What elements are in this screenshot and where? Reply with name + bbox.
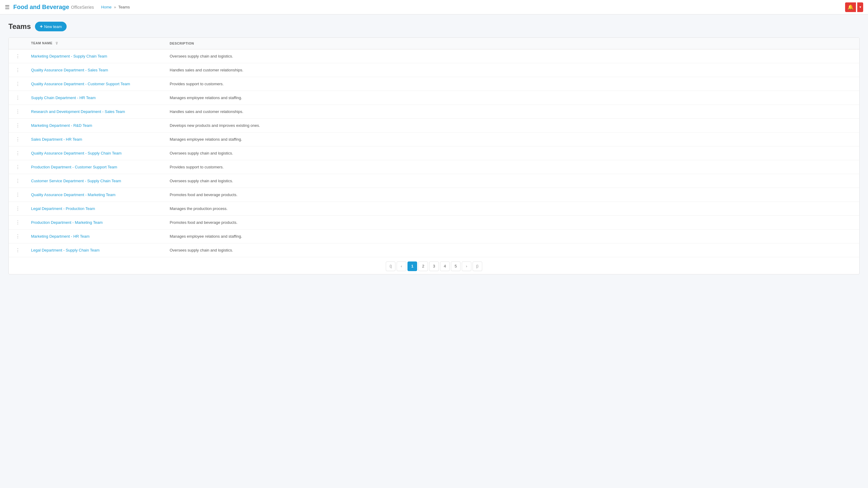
table-row: ⋮Research and Development Department - S… [9, 104, 859, 119]
next-page-button[interactable]: › [462, 261, 471, 271]
team-description-cell: Manages employee relations and staffing. [165, 132, 859, 146]
bell-icon: 🔔 [847, 4, 854, 10]
row-actions-cell: ⋮ [9, 243, 27, 257]
table-row: ⋮Production Department - Customer Suppor… [9, 160, 859, 174]
notification-dropdown-button[interactable]: ▼ [857, 2, 863, 12]
team-name-link[interactable]: Production Department - Customer Support… [31, 165, 117, 169]
team-description-cell: Manages the production process. [165, 201, 859, 216]
row-actions-cell: ⋮ [9, 104, 27, 119]
team-name-link[interactable]: Marketing Department - Supply Chain Team [31, 54, 107, 59]
team-name-link[interactable]: Marketing Department - R&D Team [31, 123, 92, 128]
breadcrumb-current: Teams [119, 5, 130, 9]
row-menu-button[interactable]: ⋮ [13, 123, 23, 128]
teams-table-container: TEAM NAME ⊽ DESCRIPTION ⋮Marketing Depar… [8, 37, 860, 274]
team-description-cell: Oversees supply chain and logistics. [165, 146, 859, 160]
page-button-3[interactable]: 3 [429, 261, 439, 271]
last-page-button[interactable]: |⟩ [472, 261, 482, 271]
team-name-cell: Marketing Department - HR Team [27, 229, 165, 243]
row-actions-cell: ⋮ [9, 216, 27, 229]
row-menu-button[interactable]: ⋮ [13, 95, 23, 101]
col-description-header: DESCRIPTION [165, 38, 859, 49]
chevron-down-icon: ▼ [859, 5, 862, 9]
team-name-link[interactable]: Research and Development Department - Sa… [31, 109, 125, 114]
team-description-cell: Provides support to customers. [165, 77, 859, 91]
row-menu-button[interactable]: ⋮ [13, 233, 23, 239]
team-description-cell: Promotes food and beverage products. [165, 216, 859, 229]
team-name-cell: Quality Assurance Department - Marketing… [27, 188, 165, 201]
team-description-text: Promotes food and beverage products. [170, 193, 238, 197]
row-menu-button[interactable]: ⋮ [13, 192, 23, 198]
first-page-button[interactable]: ⟨| [386, 261, 396, 271]
table-row: ⋮Quality Assurance Department - Marketin… [9, 188, 859, 201]
app-brand: Food and Beverage [13, 4, 69, 10]
breadcrumb-home[interactable]: Home [101, 5, 112, 9]
team-name-link[interactable]: Marketing Department - HR Team [31, 234, 90, 238]
team-description-cell: Oversees supply chain and logistics. [165, 174, 859, 188]
row-actions-cell: ⋮ [9, 119, 27, 132]
row-menu-button[interactable]: ⋮ [13, 67, 23, 73]
row-menu-button[interactable]: ⋮ [13, 206, 23, 212]
table-row: ⋮Legal Department - Supply Chain TeamOve… [9, 243, 859, 257]
page-button-4[interactable]: 4 [440, 261, 450, 271]
notification-button[interactable]: 🔔 [845, 2, 856, 12]
row-menu-button[interactable]: ⋮ [13, 220, 23, 225]
team-description-text: Develops new products and improves exist… [170, 123, 260, 128]
plus-icon: + [40, 24, 42, 29]
team-name-cell: Legal Department - Production Team [27, 201, 165, 216]
prev-page-button[interactable]: ‹ [397, 261, 406, 271]
team-name-link[interactable]: Legal Department - Supply Chain Team [31, 248, 99, 253]
page-button-5[interactable]: 5 [451, 261, 461, 271]
team-description-text: Handles sales and customer relationships… [170, 109, 243, 114]
table-row: ⋮Legal Department - Production TeamManag… [9, 201, 859, 216]
row-actions-cell: ⋮ [9, 91, 27, 104]
row-actions-cell: ⋮ [9, 132, 27, 146]
team-name-cell: Production Department - Customer Support… [27, 160, 165, 174]
team-description-text: Provides support to customers. [170, 82, 224, 86]
new-team-button[interactable]: + New team [35, 22, 67, 31]
team-description-cell: Oversees supply chain and logistics. [165, 49, 859, 63]
filter-icon[interactable]: ⊽ [56, 41, 58, 45]
row-menu-button[interactable]: ⋮ [13, 164, 23, 170]
row-menu-button[interactable]: ⋮ [13, 53, 23, 59]
team-description-cell: Manages employee relations and staffing. [165, 229, 859, 243]
page-header: Teams + New team [8, 22, 860, 31]
team-name-link[interactable]: Production Department - Marketing Team [31, 220, 102, 225]
pagination: ⟨| ‹ 1 2 3 4 5 › |⟩ [9, 257, 859, 274]
team-name-link[interactable]: Supply Chain Department - HR Team [31, 96, 96, 100]
team-description-text: Oversees supply chain and logistics. [170, 151, 233, 156]
team-name-link[interactable]: Quality Assurance Department - Sales Tea… [31, 68, 108, 72]
team-name-link[interactable]: Legal Department - Production Team [31, 206, 95, 211]
row-menu-button[interactable]: ⋮ [13, 178, 23, 184]
team-description-text: Oversees supply chain and logistics. [170, 54, 233, 59]
breadcrumb-separator: » [114, 5, 116, 9]
team-name-link[interactable]: Quality Assurance Department - Customer … [31, 82, 130, 86]
row-menu-button[interactable]: ⋮ [13, 150, 23, 156]
team-description-text: Promotes food and beverage products. [170, 220, 238, 225]
breadcrumb: Home » Teams [101, 5, 130, 9]
hamburger-icon[interactable]: ☰ [5, 4, 10, 10]
row-menu-button[interactable]: ⋮ [13, 247, 23, 253]
team-description-text: Manages employee relations and staffing. [170, 234, 242, 238]
page-button-1[interactable]: 1 [407, 261, 417, 271]
team-description-text: Manages employee relations and staffing. [170, 137, 242, 141]
table-row: ⋮Quality Assurance Department - Supply C… [9, 146, 859, 160]
team-name-link[interactable]: Customer Service Department - Supply Cha… [31, 178, 121, 183]
team-name-cell: Marketing Department - Supply Chain Team [27, 49, 165, 63]
team-description-cell: Handles sales and customer relationships… [165, 104, 859, 119]
team-name-cell: Customer Service Department - Supply Cha… [27, 174, 165, 188]
row-actions-cell: ⋮ [9, 49, 27, 63]
row-menu-button[interactable]: ⋮ [13, 81, 23, 87]
team-name-cell: Quality Assurance Department - Supply Ch… [27, 146, 165, 160]
page-button-2[interactable]: 2 [418, 261, 428, 271]
team-description-text: Provides support to customers. [170, 165, 224, 169]
team-name-link[interactable]: Quality Assurance Department - Marketing… [31, 193, 116, 197]
team-name-link[interactable]: Sales Department - HR Team [31, 137, 82, 141]
table-header-row: TEAM NAME ⊽ DESCRIPTION [9, 38, 859, 49]
team-description-cell: Handles sales and customer relationships… [165, 63, 859, 77]
row-menu-button[interactable]: ⋮ [13, 136, 23, 142]
team-name-link[interactable]: Quality Assurance Department - Supply Ch… [31, 151, 121, 156]
table-row: ⋮Quality Assurance Department - Customer… [9, 77, 859, 91]
team-name-cell: Legal Department - Supply Chain Team [27, 243, 165, 257]
row-menu-button[interactable]: ⋮ [13, 109, 23, 115]
table-row: ⋮Customer Service Department - Supply Ch… [9, 174, 859, 188]
